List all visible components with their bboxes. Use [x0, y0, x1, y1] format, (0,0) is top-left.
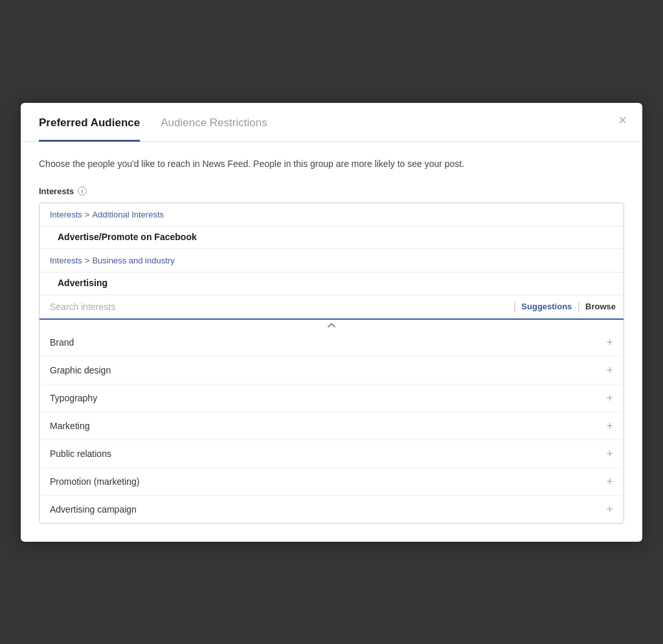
suggestion-name: Marketing — [50, 421, 89, 431]
breadcrumb-row-1: Interests > Additional Interests — [39, 203, 624, 227]
suggestion-item[interactable]: Typography + — [39, 384, 624, 412]
chevron-up-icon — [328, 322, 335, 328]
suggestion-item[interactable]: Promotion (marketing) + — [39, 468, 624, 496]
modal-header: Preferred Audience Audience Restrictions… — [21, 103, 642, 142]
search-row: | Suggestions | Browse — [39, 295, 624, 320]
interests-section-label: Interests i — [39, 186, 624, 196]
add-interest-icon[interactable]: + — [606, 420, 613, 432]
tab-preferred-audience[interactable]: Preferred Audience — [39, 117, 140, 142]
suggestion-name: Graphic design — [50, 365, 111, 375]
suggestion-item[interactable]: Marketing + — [39, 412, 624, 440]
search-divider: | — [513, 300, 517, 313]
suggestion-name: Advertising campaign — [50, 504, 137, 515]
interest-item-2: Advertising — [39, 272, 624, 295]
suggestions-link[interactable]: Suggestions — [521, 302, 572, 311]
suggestion-name: Typography — [50, 393, 97, 403]
suggestion-item[interactable]: Graphic design + — [39, 357, 624, 384]
breadcrumb-sep-2: > — [85, 256, 90, 265]
interests-info-icon[interactable]: i — [78, 186, 87, 195]
search-input[interactable] — [47, 295, 508, 318]
add-interest-icon[interactable]: + — [606, 476, 613, 487]
tab-audience-restrictions[interactable]: Audience Restrictions — [161, 117, 267, 142]
browse-divider: | — [577, 300, 580, 313]
browse-link[interactable]: Browse — [585, 302, 616, 311]
suggestion-list: Brand + Graphic design + Typography + Ma… — [39, 329, 624, 523]
suggestion-item[interactable]: Public relations + — [39, 440, 624, 468]
add-interest-icon[interactable]: + — [606, 392, 613, 404]
add-interest-icon[interactable]: + — [606, 337, 613, 348]
add-interest-icon[interactable]: + — [606, 504, 613, 515]
modal-dialog: Preferred Audience Audience Restrictions… — [21, 103, 642, 542]
suggestion-name: Brand — [50, 337, 74, 348]
modal-body: Choose the people you'd like to reach in… — [21, 142, 642, 542]
modal-description: Choose the people you'd like to reach in… — [39, 157, 624, 171]
breadcrumb-business-industry[interactable]: Business and industry — [92, 256, 174, 265]
breadcrumb-sep-1: > — [85, 210, 90, 219]
interests-label-text: Interests — [39, 186, 74, 196]
breadcrumb-row-2: Interests > Business and industry — [39, 249, 624, 272]
breadcrumb-interests-1[interactable]: Interests — [50, 210, 82, 219]
interests-box: Interests > Additional Interests Adverti… — [39, 203, 624, 524]
add-interest-icon[interactable]: + — [606, 364, 613, 376]
interest-item-1: Advertise/Promote on Facebook — [39, 227, 624, 249]
suggestion-item[interactable]: Brand + — [39, 329, 624, 357]
breadcrumb-interests-2[interactable]: Interests — [50, 256, 82, 265]
suggestion-name: Public relations — [50, 449, 111, 459]
suggestion-item[interactable]: Advertising campaign + — [39, 496, 624, 523]
close-button[interactable]: × — [618, 113, 627, 128]
suggestion-name: Promotion (marketing) — [50, 476, 140, 487]
breadcrumb-additional-interests[interactable]: Additional Interests — [92, 210, 164, 219]
chevron-up-container — [39, 320, 624, 329]
add-interest-icon[interactable]: + — [606, 448, 613, 460]
